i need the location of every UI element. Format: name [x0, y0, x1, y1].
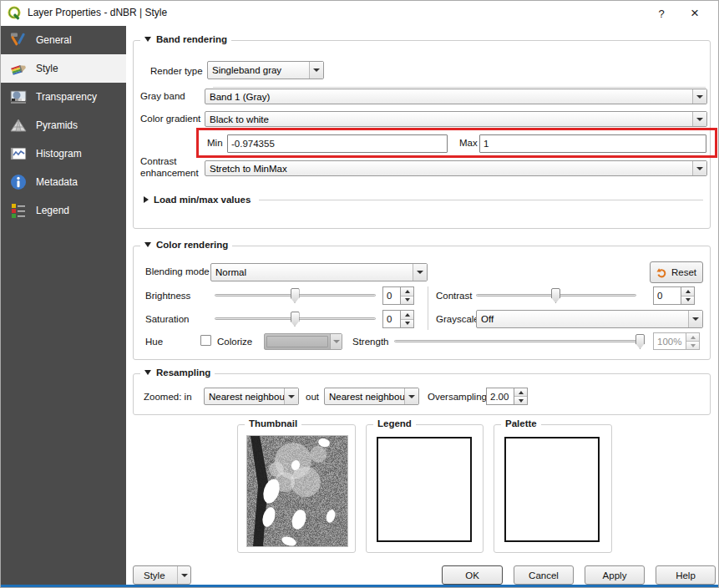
color-gradient-dropdown[interactable]: Black to white: [205, 111, 707, 127]
up-down-arrows-icon[interactable]: [681, 287, 694, 304]
sidebar-item-style[interactable]: Style: [1, 54, 126, 83]
sidebar-item-transparency[interactable]: Transparency: [1, 83, 126, 111]
contrast-label: Contrast: [436, 291, 472, 301]
band-rendering-header[interactable]: Band rendering: [140, 34, 231, 44]
max-input[interactable]: [479, 134, 706, 153]
sidebar-item-label: Transparency: [36, 91, 97, 103]
chevron-down-icon: [284, 388, 298, 404]
transparency-icon: [9, 88, 28, 106]
pyramids-icon: [9, 116, 28, 134]
strength-spinbox[interactable]: 100%: [653, 332, 700, 350]
legend-group: Legend: [366, 424, 484, 553]
blending-mode-dropdown[interactable]: Normal: [210, 263, 428, 281]
sidebar: General Style: [1, 26, 126, 587]
max-label: Max: [459, 138, 478, 148]
collapse-arrow-icon: [144, 370, 151, 375]
contrast-enhancement-label: Contrast enhancement: [140, 156, 197, 180]
separator: [259, 200, 703, 200]
saturation-slider[interactable]: [215, 311, 376, 327]
collapse-arrow-icon: [144, 242, 151, 247]
color-rendering-header[interactable]: Color rendering: [140, 240, 232, 250]
section-title: Color rendering: [156, 240, 228, 250]
slider-handle[interactable]: [635, 334, 645, 349]
chevron-down-icon: [692, 112, 706, 126]
blending-mode-label: Blending mode: [145, 266, 210, 276]
section-title: Band rendering: [156, 34, 227, 44]
expand-arrow-icon: [144, 196, 149, 203]
chevron-down-icon: [413, 264, 427, 281]
ok-button[interactable]: OK: [442, 565, 503, 585]
slider-handle[interactable]: [551, 288, 560, 303]
render-type-label: Render type: [150, 66, 203, 76]
grayscale-dropdown[interactable]: Off: [476, 310, 703, 328]
thumbnail-title: Thumbnail: [245, 418, 301, 428]
layer-properties-dialog: Layer Properties - dNBR | Style ? × Gene…: [0, 0, 719, 588]
gray-band-dropdown[interactable]: Band 1 (Gray): [205, 89, 707, 104]
chevron-down-icon: [177, 566, 190, 584]
undo-arrow-icon: [656, 267, 667, 278]
brightness-spinbox[interactable]: 0: [382, 286, 414, 305]
up-down-arrows-icon[interactable]: [514, 388, 527, 404]
grayscale-label: Grayscale: [436, 314, 479, 324]
style-menu-button[interactable]: Style: [133, 565, 191, 585]
help-titlebar-button[interactable]: ?: [645, 1, 678, 26]
sidebar-item-label: Metadata: [36, 176, 78, 188]
hue-label: Hue: [145, 337, 163, 347]
sidebar-item-histogram[interactable]: Histogram: [1, 139, 126, 168]
min-input[interactable]: [227, 134, 448, 153]
colorize-color-button[interactable]: [264, 333, 342, 350]
legend-title: Legend: [373, 418, 416, 428]
slider-handle[interactable]: [291, 288, 300, 303]
thumbnail-image: [247, 436, 347, 546]
min-label: Min: [207, 138, 223, 148]
colorize-checkbox[interactable]: [200, 335, 211, 346]
up-down-arrows-icon[interactable]: [400, 311, 413, 327]
info-icon: [9, 173, 28, 191]
help-button[interactable]: Help: [656, 565, 716, 585]
oversampling-spinbox[interactable]: 2.00: [486, 388, 528, 405]
saturation-spinbox[interactable]: 0: [382, 310, 414, 328]
qgis-logo-icon: [8, 6, 23, 21]
sidebar-item-general[interactable]: General: [1, 26, 126, 54]
chevron-down-icon: [688, 311, 702, 327]
resampling-header[interactable]: Resampling: [140, 368, 215, 378]
chevron-down-icon: [692, 89, 706, 104]
color-rendering-group: Color rendering Blending mode Normal Res…: [133, 246, 711, 360]
zoomed-in-label: Zoomed: in: [144, 392, 192, 402]
saturation-label: Saturation: [145, 314, 189, 324]
strength-slider[interactable]: [394, 333, 645, 350]
sidebar-item-metadata[interactable]: Metadata: [1, 168, 126, 196]
thumbnail-frame: [246, 435, 348, 547]
zoomed-in-dropdown[interactable]: Nearest neighbour: [204, 388, 299, 405]
colorize-label: Colorize: [217, 337, 252, 347]
strength-label: Strength: [352, 337, 388, 347]
band-rendering-group: Band rendering Render type Singleband gr…: [133, 40, 711, 229]
reset-button[interactable]: Reset: [650, 261, 703, 283]
apply-button[interactable]: Apply: [585, 565, 645, 585]
zoomed-out-dropdown[interactable]: Nearest neighbour: [324, 388, 419, 405]
sidebar-item-pyramids[interactable]: Pyramids: [1, 111, 126, 139]
gray-band-label: Gray band: [140, 91, 185, 101]
brightness-label: Brightness: [145, 291, 190, 301]
contrast-spinbox[interactable]: 0: [653, 286, 695, 305]
sidebar-item-label: General: [36, 34, 72, 46]
separator: [213, 87, 706, 88]
contrast-enhancement-dropdown[interactable]: Stretch to MinMax: [205, 160, 707, 176]
load-minmax-header[interactable]: Load min/max values: [144, 195, 703, 205]
render-type-dropdown[interactable]: Singleband gray: [207, 61, 324, 79]
up-down-arrows-icon[interactable]: [400, 287, 413, 304]
legend-box: [377, 437, 472, 542]
slider-handle[interactable]: [291, 312, 300, 327]
close-icon[interactable]: ×: [678, 1, 711, 26]
histogram-icon: [9, 144, 28, 163]
color-swatch: [266, 336, 328, 347]
up-down-arrows-icon[interactable]: [686, 333, 699, 349]
style-page: Band rendering Render type Singleband gr…: [126, 26, 718, 587]
titlebar: Layer Properties - dNBR | Style ? ×: [1, 1, 718, 26]
cancel-button[interactable]: Cancel: [514, 565, 574, 585]
contrast-slider[interactable]: [476, 287, 636, 304]
palette-group: Palette: [494, 424, 612, 553]
sidebar-item-legend[interactable]: Legend: [1, 196, 126, 225]
sidebar-item-label: Legend: [36, 205, 69, 216]
brightness-slider[interactable]: [215, 287, 376, 304]
